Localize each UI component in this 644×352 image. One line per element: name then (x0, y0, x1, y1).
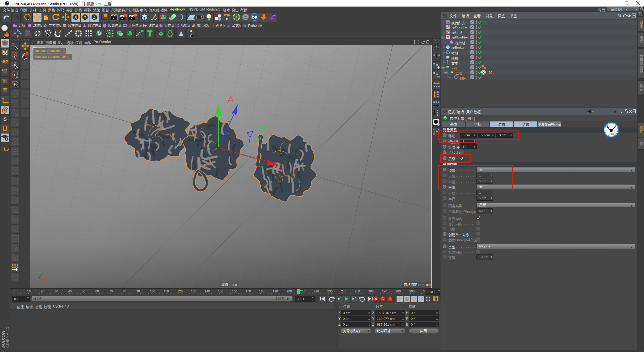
svg-text:260: 260 (368, 290, 374, 293)
svg-text:210: 210 (300, 290, 305, 293)
svg-text:300 F: 300 F (276, 297, 284, 300)
svg-text:80: 80 (123, 290, 126, 293)
svg-text:637.261 cm: 637.261 cm (377, 323, 395, 326)
svg-text:220: 220 (314, 290, 319, 293)
svg-text:270: 270 (382, 290, 387, 293)
svg-text:?: ? (389, 297, 391, 301)
svg-text:X: X (372, 311, 375, 315)
svg-text:150: 150 (218, 290, 223, 293)
svg-text:120: 120 (177, 290, 183, 293)
svg-text:Y: Y (338, 317, 341, 321)
svg-text:P: P (420, 297, 422, 301)
svg-text:0 °: 0 ° (411, 323, 415, 326)
svg-text:110: 110 (164, 290, 169, 293)
svg-text:旋转: 旋转 (409, 304, 416, 309)
svg-text:130: 130 (191, 290, 196, 293)
svg-text:90: 90 (136, 290, 140, 293)
svg-text:210 F: 210 F (427, 290, 436, 294)
svg-text:fx: fx (191, 34, 194, 38)
svg-text:Total live particles: 1904: Total live particles: 1904 (35, 55, 68, 59)
svg-text:0 cm: 0 cm (343, 317, 350, 321)
svg-text:300 F: 300 F (297, 297, 305, 301)
svg-text:240: 240 (341, 290, 346, 293)
svg-text:0: 0 (14, 290, 15, 293)
svg-text:B: B (406, 322, 408, 326)
svg-text:280: 280 (395, 290, 401, 293)
svg-text:Number of emitters: 1: Number of emitters: 1 (35, 49, 65, 53)
svg-text:10: 10 (27, 290, 31, 293)
svg-text:70: 70 (109, 290, 113, 293)
svg-text:250: 250 (355, 290, 360, 293)
svg-text:H: H (406, 311, 409, 315)
svg-text:100: 100 (150, 290, 155, 293)
svg-text:R: R (433, 133, 435, 135)
svg-text:180: 180 (259, 290, 264, 293)
svg-text:0 F: 0 F (14, 297, 19, 301)
svg-text:对象 (相对): 对象 (相对) (343, 329, 360, 333)
svg-text:30: 30 (55, 290, 58, 293)
svg-text:Z: Z (372, 322, 374, 326)
svg-text:X: X (338, 311, 341, 315)
svg-text:行走的: 行走的 (609, 133, 614, 135)
svg-text:230: 230 (327, 290, 333, 293)
svg-text:帧速 : 23.8: 帧速 : 23.8 (221, 283, 237, 287)
svg-text:Y: Y (37, 268, 39, 271)
svg-text:190: 190 (273, 290, 278, 293)
svg-text:130.077 cm: 130.077 cm (377, 317, 395, 321)
svg-text:1507.107 cm: 1507.107 cm (377, 311, 396, 315)
svg-text:S: S (4, 116, 7, 122)
svg-text:Y: Y (372, 317, 375, 321)
svg-text:140: 140 (205, 290, 210, 293)
svg-text:网格间距 : 100 cm: 网格间距 : 100 cm (404, 283, 430, 287)
svg-text:X: X (74, 15, 77, 19)
svg-text:50: 50 (82, 290, 85, 293)
svg-text:Z: Z (43, 271, 45, 274)
svg-text:200: 200 (287, 290, 292, 293)
svg-text:应用: 应用 (420, 329, 427, 333)
svg-text:QR: QR (252, 15, 258, 19)
svg-text:0 F: 0 F (37, 297, 41, 300)
svg-text:PSR: PSR (224, 13, 230, 17)
svg-text:Y: Y (84, 15, 87, 19)
svg-text:290: 290 (409, 290, 415, 293)
svg-text:尺寸: 尺寸 (376, 304, 383, 309)
svg-text:绝对尺寸: 绝对尺寸 (377, 329, 391, 333)
svg-text:40: 40 (68, 290, 72, 293)
svg-text:60: 60 (95, 290, 99, 293)
svg-text:Z: Z (93, 15, 96, 19)
svg-text:160: 160 (232, 290, 237, 293)
svg-text:0 cm: 0 cm (343, 323, 350, 326)
svg-text:Z: Z (338, 322, 341, 326)
svg-text:0 °: 0 ° (411, 317, 415, 321)
svg-text:20: 20 (41, 290, 44, 293)
svg-text:X: X (46, 280, 48, 283)
svg-text:170: 170 (246, 290, 251, 293)
svg-text:位置: 位置 (343, 304, 350, 309)
svg-text:?: ? (12, 42, 15, 48)
svg-text:0: 0 (226, 17, 228, 21)
svg-text:0 cm: 0 cm (343, 311, 350, 315)
svg-text:P: P (406, 317, 408, 321)
svg-text:0 °: 0 ° (411, 311, 415, 315)
